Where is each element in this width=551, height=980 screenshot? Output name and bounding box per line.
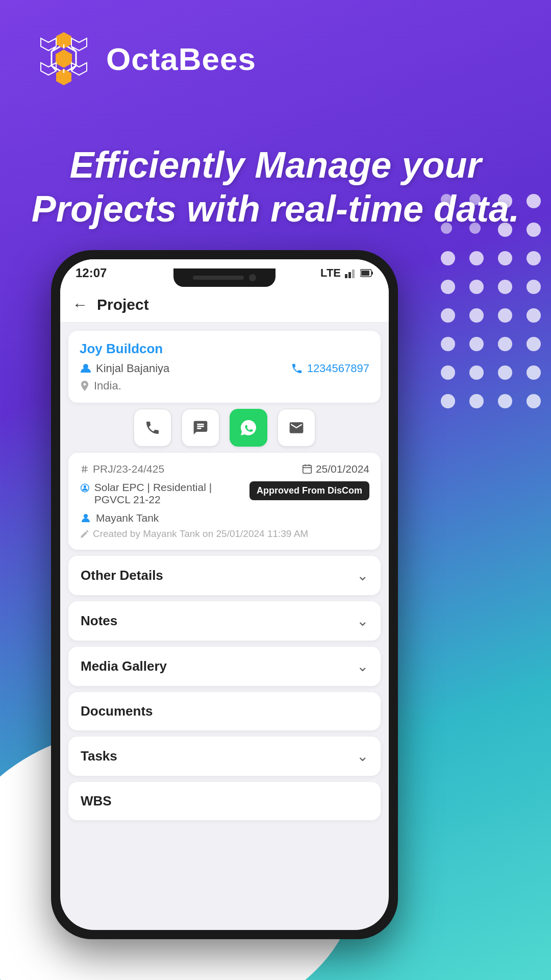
page-title: Project <box>97 296 149 313</box>
whatsapp-button[interactable] <box>230 409 267 447</box>
svg-rect-15 <box>348 272 351 278</box>
notes-section[interactable]: Notes ⌄ <box>68 601 381 641</box>
client-phone[interactable]: 1234567897 <box>291 362 369 375</box>
tasks-section[interactable]: Tasks ⌄ <box>68 737 381 776</box>
svg-point-26 <box>84 485 86 488</box>
client-info-row: Kinjal Bajaniya 1234567897 <box>80 362 369 375</box>
project-type: Solar EPC | Residential | PGVCL 21-22 <box>80 481 243 506</box>
tasks-chevron: ⌄ <box>357 748 368 765</box>
logo-text: OctaBees <box>106 41 256 77</box>
app-content: Joy Buildcon Kinjal Bajaniya 12345678 <box>60 323 389 930</box>
project-id: PRJ/23-24/425 <box>80 463 164 475</box>
svg-rect-16 <box>352 270 355 278</box>
media-gallery-label: Media Gallery <box>81 658 167 674</box>
sms-button[interactable] <box>182 409 219 447</box>
svg-rect-21 <box>303 465 312 474</box>
documents-label: Documents <box>81 703 153 719</box>
documents-section[interactable]: Documents <box>68 692 381 730</box>
project-type-icon <box>80 481 90 495</box>
sms-icon <box>192 420 209 436</box>
wbs-section[interactable]: WBS <box>68 782 381 820</box>
client-card: Joy Buildcon Kinjal Bajaniya 12345678 <box>68 331 381 403</box>
action-buttons <box>68 409 381 447</box>
project-card: PRJ/23-24/425 25/01/2024 <box>68 453 381 550</box>
app-header: ← Project <box>60 287 389 323</box>
email-icon <box>288 420 305 436</box>
location-icon <box>80 380 90 392</box>
notes-chevron: ⌄ <box>357 612 368 629</box>
person-icon <box>80 362 92 375</box>
whatsapp-icon <box>239 419 258 437</box>
project-date: 25/01/2024 <box>302 463 369 475</box>
svg-rect-18 <box>371 272 373 275</box>
status-icons: LTE <box>320 266 373 280</box>
svg-point-27 <box>84 514 88 518</box>
phone-icon <box>291 362 303 375</box>
other-details-chevron: ⌄ <box>357 567 368 584</box>
status-badge: Approved From DisCom <box>249 481 369 500</box>
lte-icon: LTE <box>320 266 341 280</box>
logo-icon <box>31 26 97 92</box>
wbs-label: WBS <box>81 793 112 809</box>
media-gallery-section[interactable]: Media Gallery ⌄ <box>68 647 381 686</box>
project-id-row: PRJ/23-24/425 25/01/2024 <box>80 463 369 475</box>
other-details-label: Other Details <box>81 568 163 583</box>
phone-mockup: 12:07 LTE ← Projec <box>51 250 398 939</box>
svg-rect-14 <box>345 274 347 278</box>
call-button[interactable] <box>134 409 171 447</box>
hash-icon <box>80 464 90 474</box>
svg-marker-1 <box>56 50 72 68</box>
manager-icon <box>80 512 92 524</box>
client-person: Kinjal Bajaniya <box>80 362 169 375</box>
project-type-row: Solar EPC | Residential | PGVCL 21-22 Ap… <box>80 481 369 506</box>
svg-rect-19 <box>361 271 369 276</box>
battery-icon <box>360 268 373 278</box>
media-gallery-chevron: ⌄ <box>357 658 368 675</box>
calendar-icon <box>302 463 313 475</box>
call-icon <box>144 420 161 436</box>
back-button[interactable]: ← <box>72 296 88 313</box>
email-button[interactable] <box>278 409 315 447</box>
project-created-by: Created by Mayank Tank on 25/01/2024 11:… <box>80 528 369 540</box>
edit-icon <box>80 529 90 539</box>
client-location: India. <box>80 379 369 393</box>
signal-icon <box>345 268 356 278</box>
logo-area: OctaBees <box>31 26 256 92</box>
phone-screen: 12:07 LTE ← Projec <box>60 259 389 930</box>
phone-notch <box>173 268 276 287</box>
tasks-label: Tasks <box>81 748 117 764</box>
project-manager: Mayank Tank <box>80 512 369 524</box>
headline: Efficiently Manage your Projects with re… <box>31 143 520 231</box>
other-details-section[interactable]: Other Details ⌄ <box>68 556 381 595</box>
status-time: 12:07 <box>76 266 107 280</box>
notes-label: Notes <box>81 613 117 629</box>
client-name: Joy Buildcon <box>80 341 369 357</box>
